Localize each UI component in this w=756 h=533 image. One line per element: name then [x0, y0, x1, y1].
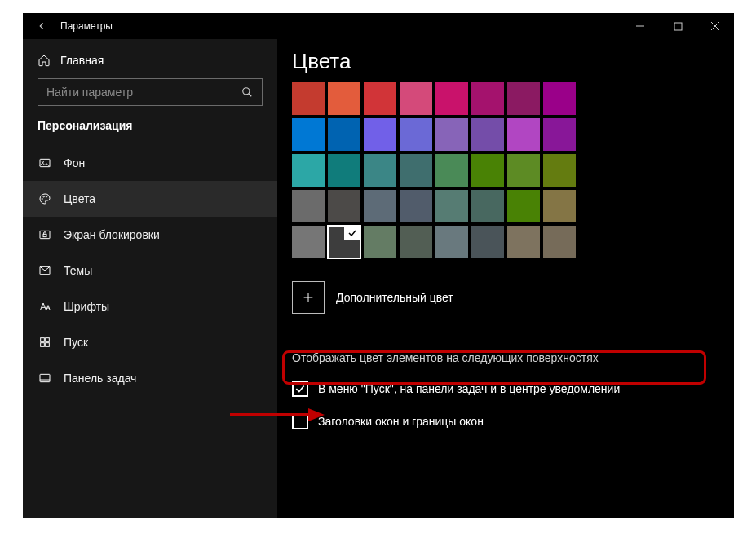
color-swatch[interactable] — [364, 118, 396, 151]
color-swatch[interactable] — [400, 154, 432, 187]
color-swatch[interactable] — [364, 154, 396, 187]
sidebar-item-4[interactable]: Шрифты — [23, 289, 277, 324]
settings-window: Параметры Главная Персонализация ФонЦ — [23, 13, 734, 518]
color-swatch[interactable] — [328, 190, 360, 222]
sidebar: Главная Персонализация ФонЦветаЭкран бло… — [23, 39, 277, 518]
sidebar-item-6[interactable]: Панель задач — [23, 360, 277, 396]
color-swatch[interactable] — [435, 226, 468, 258]
checkbox-label: В меню "Пуск", на панели задач и в центр… — [318, 382, 620, 395]
svg-rect-14 — [41, 338, 45, 342]
color-swatch[interactable] — [507, 190, 540, 222]
sidebar-item-1[interactable]: Цвета — [23, 181, 277, 217]
color-swatch[interactable] — [471, 154, 504, 187]
color-swatch[interactable] — [328, 226, 360, 258]
color-swatch[interactable] — [364, 226, 396, 258]
svg-rect-17 — [46, 343, 50, 347]
sidebar-item-label: Панель задач — [64, 372, 136, 385]
palette-icon — [38, 192, 52, 206]
color-swatch[interactable] — [400, 226, 432, 258]
fonts-icon — [38, 299, 52, 314]
search-field[interactable] — [38, 78, 263, 106]
arrow-left-icon — [36, 20, 47, 32]
home-button[interactable]: Главная — [23, 49, 277, 75]
sidebar-item-0[interactable]: Фон — [23, 145, 277, 181]
titlebar: Параметры — [23, 13, 734, 39]
svg-point-4 — [243, 88, 250, 95]
color-swatch[interactable] — [543, 154, 576, 187]
search-icon — [232, 86, 262, 98]
svg-rect-12 — [43, 234, 46, 236]
sidebar-item-label: Фон — [64, 156, 85, 170]
maximize-button[interactable] — [659, 13, 696, 39]
sidebar-item-label: Цвета — [64, 192, 95, 205]
check-icon — [344, 226, 360, 240]
svg-point-10 — [46, 196, 46, 197]
color-swatch[interactable] — [292, 118, 325, 151]
color-swatch[interactable] — [471, 82, 504, 115]
svg-rect-18 — [40, 374, 50, 381]
color-swatch[interactable] — [507, 82, 540, 115]
surfaces-heading: Отображать цвет элементов на следующих п… — [292, 351, 719, 364]
color-swatch[interactable] — [328, 118, 360, 151]
home-icon — [38, 54, 51, 67]
color-swatch[interactable] — [507, 154, 540, 187]
add-custom-color-button[interactable] — [292, 281, 325, 314]
color-swatch[interactable] — [435, 82, 468, 115]
color-swatch[interactable] — [507, 226, 540, 258]
color-swatch[interactable] — [471, 226, 504, 258]
color-swatch[interactable] — [435, 154, 468, 187]
plus-icon — [302, 291, 315, 304]
page-title: Цвета — [292, 49, 719, 74]
taskbar-icon — [38, 371, 52, 385]
color-swatch[interactable] — [543, 118, 576, 151]
color-swatch[interactable] — [292, 82, 325, 115]
color-swatch[interactable] — [292, 226, 325, 258]
sidebar-item-label: Экран блокировки — [64, 228, 160, 241]
color-swatch[interactable] — [400, 118, 432, 151]
home-label: Главная — [60, 54, 104, 67]
color-swatch[interactable] — [364, 82, 396, 115]
svg-rect-1 — [674, 23, 682, 30]
svg-rect-16 — [41, 343, 45, 347]
color-swatch[interactable] — [328, 154, 360, 187]
color-grid — [292, 82, 719, 258]
color-swatch[interactable] — [292, 154, 325, 187]
main-pane: Цвета Дополнительный цвет Отображать цве… — [277, 39, 734, 518]
color-swatch[interactable] — [400, 82, 432, 115]
color-swatch[interactable] — [471, 118, 504, 151]
image-icon — [38, 156, 52, 170]
checkbox[interactable] — [292, 381, 308, 397]
svg-line-5 — [249, 94, 252, 97]
color-swatch[interactable] — [292, 190, 325, 222]
window-title: Параметры — [60, 20, 113, 32]
themes-icon — [38, 263, 52, 278]
color-swatch[interactable] — [364, 190, 396, 222]
close-button[interactable] — [696, 13, 734, 39]
sidebar-item-3[interactable]: Темы — [23, 253, 277, 289]
search-input[interactable] — [38, 79, 232, 105]
sidebar-item-2[interactable]: Экран блокировки — [23, 217, 277, 253]
minimize-button[interactable] — [621, 13, 659, 39]
color-swatch[interactable] — [543, 82, 576, 115]
color-swatch[interactable] — [435, 190, 468, 222]
color-swatch[interactable] — [507, 118, 540, 151]
section-personalization: Персонализация — [23, 117, 277, 145]
color-swatch[interactable] — [543, 190, 576, 222]
sidebar-item-label: Темы — [64, 264, 92, 277]
sidebar-item-label: Пуск — [64, 336, 88, 349]
sidebar-item-5[interactable]: Пуск — [23, 324, 277, 360]
checkbox-row-0: В меню "Пуск", на панели задач и в центр… — [292, 372, 719, 405]
sidebar-item-label: Шрифты — [64, 300, 109, 313]
close-icon — [710, 21, 720, 31]
color-swatch[interactable] — [435, 118, 468, 151]
back-button[interactable] — [23, 13, 60, 39]
color-swatch[interactable] — [328, 82, 360, 115]
svg-rect-15 — [46, 338, 50, 342]
color-swatch[interactable] — [543, 226, 576, 258]
checkbox-label: Заголовки окон и границы окон — [318, 415, 484, 428]
color-swatch[interactable] — [471, 190, 504, 222]
checkbox[interactable] — [292, 413, 308, 429]
svg-point-9 — [43, 196, 44, 197]
lock-icon — [38, 227, 52, 242]
color-swatch[interactable] — [400, 190, 432, 222]
